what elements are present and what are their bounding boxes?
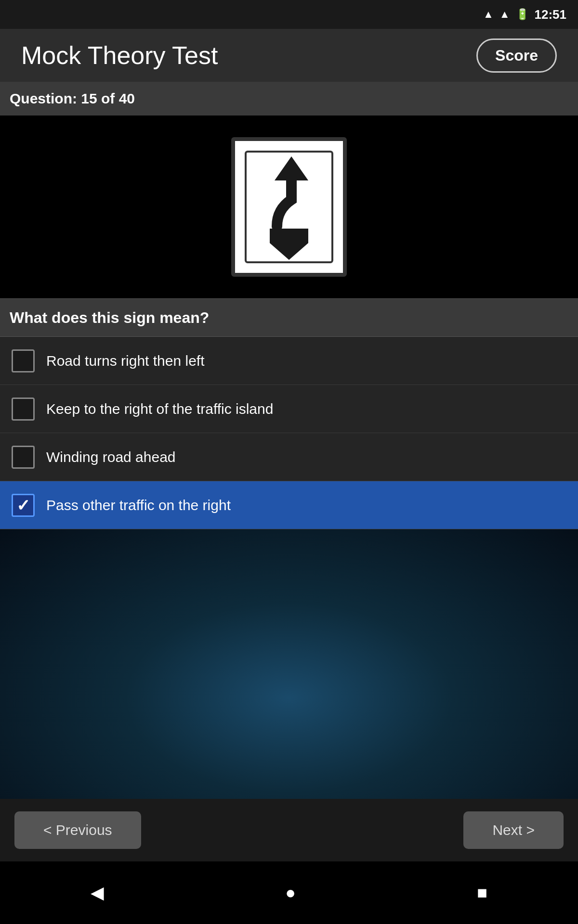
checkbox-1 bbox=[12, 349, 35, 372]
image-area bbox=[0, 116, 578, 298]
checkbox-2 bbox=[12, 398, 35, 421]
score-button[interactable]: Score bbox=[476, 38, 557, 73]
answer-option-4[interactable]: ✓ Pass other traffic on the right bbox=[0, 481, 578, 529]
sign-svg bbox=[241, 147, 337, 267]
next-button[interactable]: Next > bbox=[463, 811, 564, 849]
answer-option-1[interactable]: Road turns right then left bbox=[0, 337, 578, 385]
app-title: Mock Theory Test bbox=[21, 41, 218, 70]
sign-image bbox=[231, 137, 347, 277]
answer-label-2: Keep to the right of the traffic island bbox=[46, 401, 273, 417]
answers-area: Road turns right then left Keep to the r… bbox=[0, 337, 578, 529]
answer-label-1: Road turns right then left bbox=[46, 353, 205, 369]
home-button[interactable]: ● bbox=[285, 883, 296, 903]
question-text-bar: What does this sign mean? bbox=[0, 298, 578, 337]
answer-label-4: Pass other traffic on the right bbox=[46, 497, 231, 513]
answer-option-3[interactable]: Winding road ahead bbox=[0, 433, 578, 481]
nav-bar: < Previous Next > bbox=[0, 799, 578, 861]
question-bar: Question: 15 of 40 bbox=[0, 82, 578, 116]
question-counter: Question: 15 of 40 bbox=[10, 90, 135, 107]
android-nav-bar: ◀ ● ■ bbox=[0, 861, 578, 924]
question-text: What does this sign mean? bbox=[10, 309, 209, 327]
recent-button[interactable]: ■ bbox=[477, 883, 487, 903]
answer-label-3: Winding road ahead bbox=[46, 449, 176, 465]
time-display: 12:51 bbox=[535, 7, 567, 22]
wifi-icon: ▲ bbox=[483, 8, 494, 21]
app-bar: Mock Theory Test Score bbox=[0, 29, 578, 82]
checkbox-4: ✓ bbox=[12, 494, 35, 517]
answer-option-2[interactable]: Keep to the right of the traffic island bbox=[0, 385, 578, 433]
back-button[interactable]: ◀ bbox=[91, 883, 104, 903]
status-bar: ▲ ▲ 🔋 12:51 bbox=[0, 0, 578, 29]
checkmark-icon: ✓ bbox=[16, 497, 30, 513]
signal-icon: ▲ bbox=[499, 8, 510, 21]
checkbox-3 bbox=[12, 446, 35, 469]
previous-button[interactable]: < Previous bbox=[14, 811, 141, 849]
battery-icon: 🔋 bbox=[516, 8, 529, 21]
